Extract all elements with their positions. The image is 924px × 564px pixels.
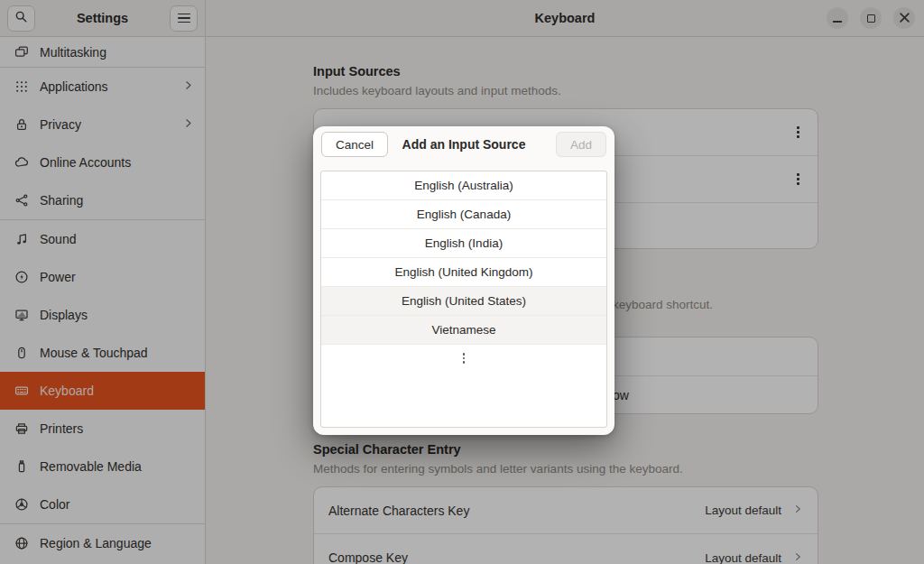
dialog-header: Cancel Add an Input Source Add	[313, 126, 614, 162]
dialog-title: Add an Input Source	[402, 137, 526, 152]
language-row-english-united-kingdom[interactable]: English (United Kingdom)	[321, 258, 606, 287]
settings-window: Settings Keyboard	[0, 0, 924, 564]
add-button[interactable]: Add	[556, 132, 606, 157]
language-row-vietnamese[interactable]: Vietnamese	[321, 316, 606, 345]
language-row-english-canada[interactable]: English (Canada)	[321, 200, 606, 229]
cancel-button[interactable]: Cancel	[321, 132, 388, 157]
language-row-english-united-states[interactable]: English (United States)	[321, 287, 606, 316]
add-input-source-dialog: Cancel Add an Input Source Add English (…	[313, 126, 614, 435]
language-row-english-australia[interactable]: English (Australia)	[321, 171, 606, 200]
more-languages-row[interactable]	[321, 345, 606, 372]
language-row-english-india[interactable]: English (India)	[321, 229, 606, 258]
ellipsis-icon	[463, 353, 465, 363]
language-list: English (Australia) English (Canada) Eng…	[320, 171, 607, 428]
